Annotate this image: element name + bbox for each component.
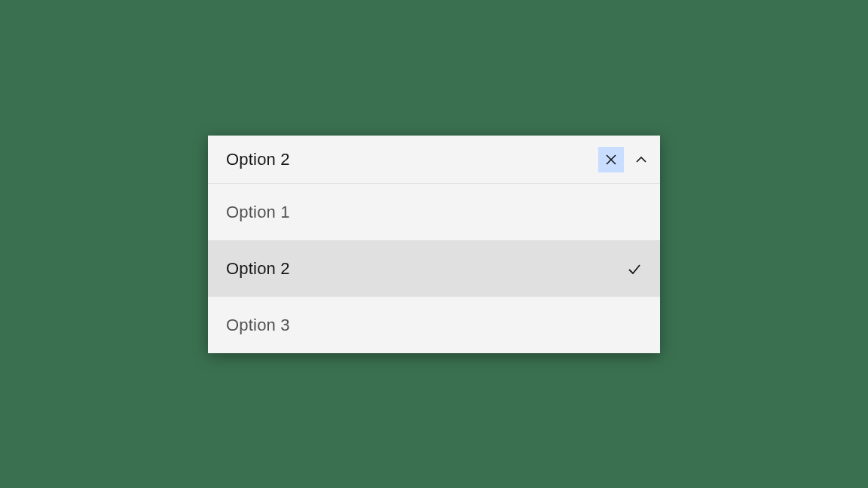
clear-button[interactable]	[598, 147, 624, 172]
option-label: Option 3	[226, 316, 642, 335]
combobox-selected-value: Option 2	[226, 150, 598, 169]
chevron-up-icon	[634, 153, 648, 166]
toggle-button[interactable]	[628, 147, 654, 172]
option-label: Option 1	[226, 203, 642, 222]
close-icon	[604, 153, 618, 166]
combobox-option[interactable]: Option 2	[208, 240, 660, 297]
combobox-listbox: Option 1 Option 2 Option 3	[208, 184, 660, 353]
checkmark-icon	[627, 261, 642, 276]
option-label: Option 2	[226, 259, 627, 279]
combobox: Option 2 Option 1 Option 2	[208, 136, 660, 353]
combobox-option[interactable]: Option 3	[208, 297, 660, 353]
combobox-option[interactable]: Option 1	[208, 184, 660, 240]
combobox-input-row[interactable]: Option 2	[208, 136, 660, 184]
